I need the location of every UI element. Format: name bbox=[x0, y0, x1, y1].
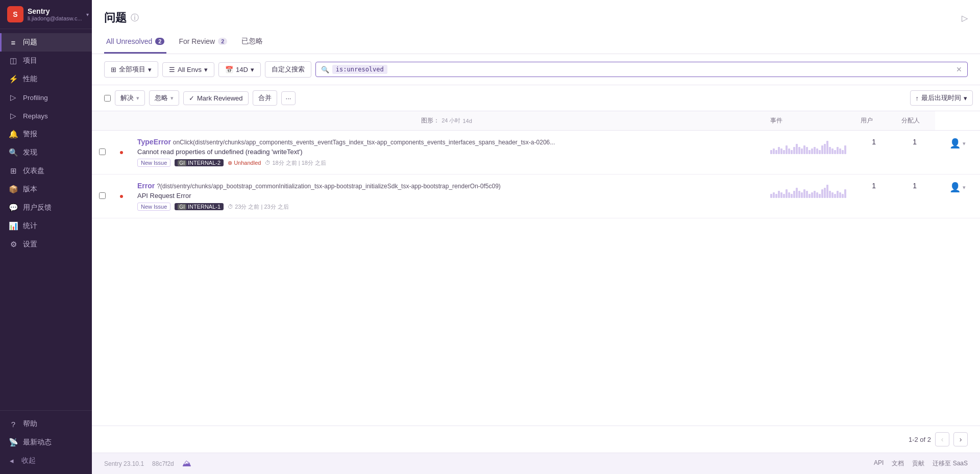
env-filter-chevron: ▾ bbox=[204, 66, 208, 73]
row-checkbox[interactable] bbox=[99, 148, 106, 155]
search-clear-btn[interactable]: ✕ bbox=[956, 65, 962, 73]
sidebar-header[interactable]: S Sentry li.jiadong@datasw.c... ▾ bbox=[0, 0, 92, 29]
assignee-btn[interactable]: 👤 ▾ bbox=[949, 182, 966, 193]
footer-right: API 文档 贡献 迁移至 SaaS bbox=[874, 459, 968, 468]
sparkline-bar bbox=[791, 150, 793, 154]
sidebar-item-alerts[interactable]: 🔔警报 bbox=[0, 125, 92, 143]
sparkline-bar bbox=[783, 194, 785, 198]
sidebar-item-releases[interactable]: 📦版本 bbox=[0, 180, 92, 198]
sidebar-collapse-btn[interactable]: ◂ 收起 bbox=[0, 452, 92, 470]
sparkline-bar bbox=[814, 191, 816, 198]
tab-all-unresolved-badge: 2 bbox=[155, 38, 164, 45]
project-filter-btn[interactable]: ⊞ 全部项目 ▾ bbox=[104, 61, 158, 78]
ignore-btn[interactable]: 忽略 ▾ bbox=[149, 90, 179, 106]
search-icon: 🔍 bbox=[321, 66, 329, 73]
issue-type-label[interactable]: Error bbox=[137, 182, 155, 190]
sidebar-item-projects[interactable]: ◫项目 bbox=[0, 52, 92, 70]
users-count: 1 bbox=[894, 131, 935, 174]
tab-for-review[interactable]: For Review 2 bbox=[177, 33, 229, 54]
footer: Sentry 23.10.1 88c7f2d ⛰ API 文档 贡献 迁移至 S… bbox=[92, 453, 980, 474]
broadcast-top-icon[interactable]: ▷ bbox=[962, 13, 968, 23]
issue-meta: New Issue GI INTERNAL-1 ⏱ 23分 之前 | 23分 之… bbox=[137, 203, 756, 211]
sidebar-org-chevron: ▾ bbox=[86, 12, 89, 17]
time-filter-icon: 📅 bbox=[225, 66, 233, 73]
th-assignee: 分配人 bbox=[894, 111, 935, 131]
footer-left: Sentry 23.10.1 88c7f2d ⛰ bbox=[104, 458, 191, 469]
mark-reviewed-btn[interactable]: ✓ Mark Reviewed bbox=[183, 91, 249, 105]
prev-page-btn[interactable]: ‹ bbox=[935, 432, 949, 446]
sidebar-item-replays[interactable]: ▷Replays bbox=[0, 107, 92, 125]
sidebar-item-help[interactable]: ? 帮助 bbox=[0, 415, 92, 433]
tab-all-unresolved-label: All Unresolved bbox=[106, 37, 152, 45]
resolve-btn[interactable]: 解决 ▾ bbox=[115, 90, 145, 106]
sidebar-item-whats-new[interactable]: 📡 最新动态 bbox=[0, 433, 92, 452]
sparkline-bar bbox=[793, 191, 795, 198]
tab-all-unresolved[interactable]: All Unresolved 2 bbox=[104, 33, 166, 54]
row-checkbox-cell bbox=[92, 131, 113, 174]
sidebar-item-settings-label: 设置 bbox=[23, 240, 37, 249]
badge-time: ⏱ 18分 之前 | 18分 之后 bbox=[265, 159, 326, 167]
sparkline-bar bbox=[837, 191, 839, 198]
sidebar-item-profiling[interactable]: ▷Profiling bbox=[0, 88, 92, 107]
search-bar[interactable]: 🔍 is:unresolved ✕ bbox=[315, 62, 968, 77]
sparkline-bar bbox=[814, 147, 816, 154]
user-icon: 👤 bbox=[949, 138, 961, 149]
time-filter-btn[interactable]: 📅 14D ▾ bbox=[218, 62, 261, 77]
sidebar-item-dashboards[interactable]: ⊞仪表盘 bbox=[0, 162, 92, 180]
sparkline-bar bbox=[791, 194, 793, 198]
sidebar-item-issues[interactable]: ≡问题 bbox=[0, 33, 92, 52]
project-filter-icon: ⊞ bbox=[111, 66, 116, 73]
help-icon: ? bbox=[9, 420, 18, 429]
more-actions-btn[interactable]: ··· bbox=[281, 91, 296, 105]
th-issue bbox=[113, 111, 130, 131]
sidebar-item-user-feedback[interactable]: 💬用户反馈 bbox=[0, 198, 92, 217]
badge-unhandled: ⊗ Unhandled bbox=[228, 160, 261, 166]
sparkline-chart bbox=[770, 182, 846, 198]
profiling-nav-icon: ▷ bbox=[9, 93, 18, 102]
docs-link[interactable]: 文档 bbox=[892, 459, 904, 468]
contribute-link[interactable]: 贡献 bbox=[912, 459, 924, 468]
tab-ignored[interactable]: 已忽略 bbox=[239, 33, 265, 54]
projects-nav-icon: ◫ bbox=[9, 56, 18, 65]
api-link[interactable]: API bbox=[874, 459, 884, 468]
assignee-btn[interactable]: 👤 ▾ bbox=[949, 138, 966, 149]
sort-btn[interactable]: ↑ 最后出现时间 ▾ bbox=[910, 90, 973, 106]
pagination-summary: 1-2 of 2 bbox=[909, 436, 931, 443]
custom-search-btn[interactable]: 自定义搜索 bbox=[265, 61, 311, 78]
issue-level-indicator bbox=[120, 195, 123, 198]
merge-btn[interactable]: 合并 bbox=[253, 90, 277, 106]
sidebar-nav: ≡问题◫项目⚡性能▷Profiling▷Replays🔔警报🔍发现⊞仪表盘📦版本… bbox=[0, 29, 92, 410]
issue-title-row: TypeError onClick(dist/sentry/chunks/app… bbox=[137, 138, 756, 146]
settings-nav-icon: ⚙ bbox=[9, 240, 18, 249]
page-help-icon[interactable]: ⓘ bbox=[131, 13, 139, 23]
issue-description: Cannot read properties of undefined (rea… bbox=[137, 148, 756, 156]
sparkline-cell bbox=[763, 131, 853, 174]
sidebar-item-discover[interactable]: 🔍发现 bbox=[0, 143, 92, 162]
events-label: 事件 bbox=[770, 117, 782, 124]
env-filter-btn[interactable]: ☰ All Envs ▾ bbox=[162, 62, 214, 77]
users-label: 用户 bbox=[861, 117, 873, 124]
sparkline-bar bbox=[780, 192, 782, 198]
next-page-btn[interactable]: › bbox=[953, 432, 968, 446]
action-row: 解决 ▾ 忽略 ▾ ✓ Mark Reviewed 合并 ··· ↑ 最后出现时… bbox=[92, 85, 980, 111]
issue-type-label[interactable]: TypeError bbox=[137, 138, 171, 146]
sparkline-cell bbox=[763, 174, 853, 218]
mark-reviewed-icon: ✓ bbox=[189, 94, 194, 102]
resolve-chevron: ▾ bbox=[136, 95, 139, 102]
sparkline-bar bbox=[806, 191, 808, 198]
sort-label: 最后出现时间 bbox=[921, 93, 961, 103]
sparkline-bar bbox=[808, 194, 811, 198]
sidebar-item-settings[interactable]: ⚙设置 bbox=[0, 235, 92, 254]
table-row: Error ?(dist/sentry/chunks/app_bootstrap… bbox=[92, 174, 980, 218]
sidebar-item-performance[interactable]: ⚡性能 bbox=[0, 70, 92, 88]
sidebar-item-stats[interactable]: 📊统计 bbox=[0, 217, 92, 235]
performance-nav-icon: ⚡ bbox=[9, 74, 18, 84]
th-graph: 图形： 24 小时 14d bbox=[130, 111, 763, 131]
sparkline-bar bbox=[798, 147, 800, 154]
table-row: TypeError onClick(dist/sentry/chunks/app… bbox=[92, 131, 980, 174]
collapse-icon: ◂ bbox=[7, 456, 16, 465]
migrate-link[interactable]: 迁移至 SaaS bbox=[933, 459, 968, 468]
select-all-checkbox[interactable] bbox=[104, 95, 111, 102]
th-users: 用户 bbox=[853, 111, 894, 131]
row-checkbox[interactable] bbox=[99, 192, 106, 199]
